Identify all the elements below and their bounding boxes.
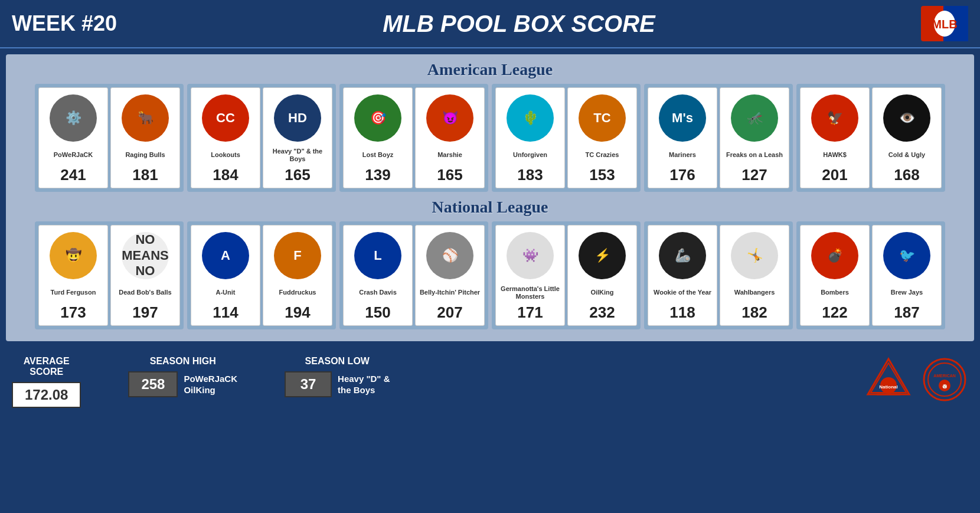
team-logo-area: 🤠 — [47, 229, 100, 282]
season-high-block: SEASON HIGH 258 PoWeRJaCK OilKing — [128, 356, 237, 397]
american-league-section: American League ⚙️PoWeRJaCK241🐂Raging Bu… — [12, 60, 968, 192]
team-card: AA-Unit114 — [191, 225, 260, 326]
team-card: M'sMariners176 — [648, 87, 717, 188]
footer-stats: AVERAGE SCORE 172.08 SEASON HIGH 258 PoW… — [0, 347, 980, 417]
team-card: 🐦Brew Jays187 — [872, 225, 942, 326]
team-name: Dead Bob's Balls — [119, 285, 171, 301]
team-logo: NO MEANS NO — [122, 232, 169, 279]
team-logo: 🎯 — [354, 94, 401, 142]
team-score: 153 — [589, 166, 615, 184]
team-card: 💣Bombers122 — [800, 225, 870, 326]
season-low-value: 37 — [285, 371, 332, 397]
season-low-row: 37 Heavy "D" & the Boys — [285, 371, 390, 397]
season-low-block: SEASON LOW 37 Heavy "D" & the Boys — [285, 356, 390, 397]
team-score: 150 — [365, 303, 390, 322]
team-score: 127 — [741, 166, 767, 184]
team-name: Turd Ferguson — [51, 285, 96, 301]
main-content: American League ⚙️PoWeRJaCK241🐂Raging Bu… — [6, 54, 974, 341]
team-name: Lookouts — [211, 147, 240, 164]
week-label: WEEK #20 — [12, 11, 117, 36]
svg-text:AMERICAN: AMERICAN — [933, 374, 956, 378]
matchup-group: 🎯Lost Boyz139😈Marshie165 — [339, 84, 488, 192]
matchup-group: LCrash Davis150⚾Belly-Itchin' Pitcher207 — [339, 221, 488, 329]
team-logo: TC — [579, 94, 626, 142]
team-score: 194 — [285, 303, 310, 322]
american-league-title: American League — [12, 60, 968, 79]
mlb-logo: MLB — [921, 6, 968, 41]
team-logo: 🐂 — [122, 94, 169, 142]
svg-text:⚾: ⚾ — [942, 384, 948, 389]
team-card: HDHeavy "D" & the Boys165 — [263, 87, 332, 188]
team-logo: 🌵 — [507, 94, 554, 142]
team-score: 207 — [437, 303, 462, 322]
team-score: 181 — [132, 166, 158, 184]
american-league-grid: ⚙️PoWeRJaCK241🐂Raging Bulls181CCLookouts… — [12, 84, 968, 192]
team-logo-area: 👾 — [504, 229, 557, 282]
team-score: 241 — [60, 166, 86, 184]
team-card: 🦾Wookie of the Year118 — [648, 225, 717, 326]
team-name: A-Unit — [216, 285, 236, 301]
team-logo-area: 💣 — [808, 229, 861, 282]
team-logo-area: 🐦 — [880, 229, 933, 282]
matchup-group: AA-Unit114FFuddruckus194 — [187, 221, 336, 329]
team-logo: F — [274, 232, 321, 279]
team-logo-area: CC — [199, 92, 252, 145]
team-name: Fuddruckus — [279, 285, 316, 301]
team-name: Wookie of the Year — [654, 285, 711, 301]
matchup-group: 🤠Turd Ferguson173NO MEANS NODead Bob's B… — [35, 221, 184, 329]
average-score-value: 172.08 — [12, 382, 81, 408]
team-score: 139 — [365, 166, 390, 184]
team-logo-area: 🎯 — [351, 92, 404, 145]
team-name: Wahlbangers — [734, 285, 775, 301]
team-score: 182 — [741, 303, 767, 322]
team-score: 183 — [517, 166, 543, 184]
team-logo: 🤸 — [731, 232, 778, 279]
national-league-title: National League — [12, 198, 968, 217]
average-score-block: AVERAGE SCORE 172.08 — [12, 356, 81, 408]
team-score: 114 — [213, 303, 238, 322]
team-name: Crash Davis — [359, 285, 397, 301]
national-league-grid: 🤠Turd Ferguson173NO MEANS NODead Bob's B… — [12, 221, 968, 329]
team-name: Freaks on a Leash — [726, 147, 783, 164]
matchup-group: 🌵Unforgiven183TCTC Crazies153 — [492, 84, 641, 192]
team-logo-area: 🌵 — [504, 92, 557, 145]
team-card: 🦟Freaks on a Leash127 — [720, 87, 789, 188]
team-logo-area: M's — [656, 92, 709, 145]
team-logo-area: 🐂 — [119, 92, 172, 145]
team-card: ⚡OilKing232 — [567, 225, 637, 326]
team-logo: ⚙️ — [50, 94, 97, 142]
team-name: Unforgiven — [513, 147, 547, 164]
team-card: ⚙️PoWeRJaCK241 — [38, 87, 108, 188]
team-score: 173 — [60, 303, 86, 322]
team-logo-area: ⚙️ — [47, 92, 100, 145]
team-logo: 😈 — [426, 94, 473, 142]
team-name: TC Crazies — [586, 147, 619, 164]
team-card: TCTC Crazies153 — [567, 87, 637, 188]
team-logo: 🐦 — [883, 232, 930, 279]
team-logo: A — [202, 232, 249, 279]
team-name: Belly-Itchin' Pitcher — [420, 285, 480, 301]
team-logo-area: NO MEANS NO — [119, 229, 172, 282]
team-name: HAWK$ — [823, 147, 847, 164]
team-logo-area: ⚡ — [576, 229, 629, 282]
team-score: 232 — [589, 303, 615, 322]
season-low-label: SEASON LOW — [305, 356, 370, 367]
team-logo: 🦟 — [731, 94, 778, 142]
team-name: Raging Bulls — [125, 147, 165, 164]
team-card: FFuddruckus194 — [263, 225, 332, 326]
team-score: 168 — [894, 166, 919, 184]
team-card: 🤸Wahlbangers182 — [720, 225, 789, 326]
team-name: Marshie — [437, 147, 462, 164]
season-high-label: SEASON HIGH — [150, 356, 216, 367]
team-logo-area: F — [271, 229, 324, 282]
team-card: CCLookouts184 — [191, 87, 260, 188]
team-score: 171 — [517, 303, 543, 322]
average-score-label: AVERAGE SCORE — [24, 356, 70, 377]
team-score: 122 — [822, 303, 847, 322]
team-card: NO MEANS NODead Bob's Balls197 — [110, 225, 180, 326]
team-score: 176 — [669, 166, 695, 184]
team-logo-area: 🦅 — [808, 92, 861, 145]
team-logo: CC — [202, 94, 249, 142]
team-card: 🎯Lost Boyz139 — [343, 87, 413, 188]
national-league-logo: National — [865, 356, 912, 403]
